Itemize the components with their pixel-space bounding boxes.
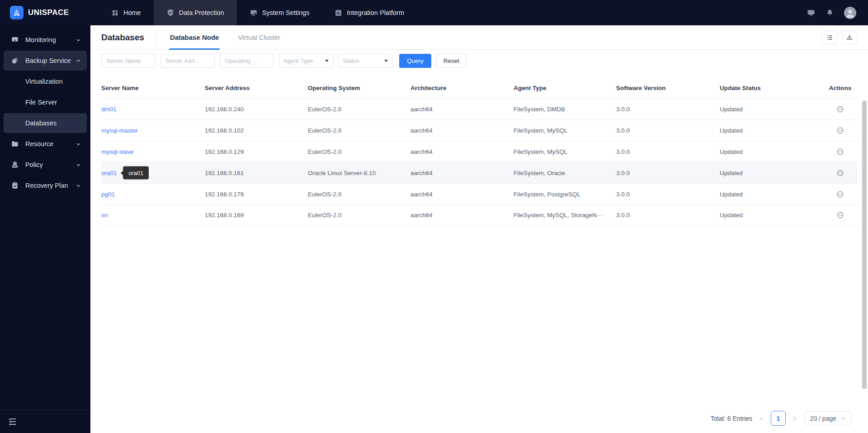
reset-button[interactable]: Reset (436, 54, 467, 68)
sidebar-item-recovery-plan[interactable]: Recovery Plan (4, 176, 87, 195)
table-row: ora01 ora01 192.168.0.161 Oracle Linux S… (101, 162, 857, 183)
top-bar-right (807, 7, 868, 19)
top-nav-home[interactable]: Home (99, 0, 154, 25)
brand: UNISPACE (0, 0, 90, 25)
sidebar-item-label: Resource (25, 140, 53, 148)
user-avatar[interactable] (844, 7, 856, 19)
sidebar-footer (0, 409, 90, 433)
row-more-actions-icon[interactable] (836, 190, 844, 198)
server-address-cell: 192.168.0.169 (205, 212, 308, 219)
page-size-label: 20 / page (810, 415, 836, 422)
sidebar-item-resource[interactable]: Resource (4, 134, 87, 154)
agent-type-placeholder: Agent Type (283, 57, 313, 64)
pagination-prev-button[interactable]: < (759, 414, 764, 422)
server-address-cell: 192.168.0.161 (205, 170, 308, 176)
server-address-input[interactable] (160, 54, 215, 68)
server-address-cell: 192.168.0.129 (205, 148, 308, 155)
list-icon (826, 34, 833, 41)
sidebar-item-label: File Server (25, 99, 57, 106)
monitor-icon (250, 9, 258, 17)
main-content: Databases Database Node Virtual Cluster (90, 25, 868, 433)
query-button[interactable]: Query (399, 54, 431, 68)
update-status-cell: Updated (720, 106, 823, 113)
top-nav-home-label: Home (123, 9, 141, 16)
architecture-cell: aarch64 (410, 170, 514, 176)
architecture-cell: aarch64 (410, 212, 514, 219)
status-placeholder: Status (343, 57, 359, 64)
server-name-link[interactable]: dm01 (101, 106, 117, 113)
chevron-down-icon (75, 141, 81, 147)
server-name-input[interactable] (101, 54, 156, 68)
agent-type-cell: FileSystem, Oracle (514, 170, 616, 176)
server-name-link[interactable]: mysql-master (101, 127, 138, 134)
operating-system-cell: EulerOS-2.0 (308, 212, 410, 219)
export-button[interactable] (842, 31, 857, 44)
sidebar-item-label: Policy (25, 161, 43, 168)
software-version-cell: 3.0.0 (616, 106, 720, 113)
software-version-cell: 3.0.0 (616, 170, 720, 176)
architecture-cell: aarch64 (410, 148, 514, 155)
row-more-actions-icon[interactable] (836, 127, 844, 134)
shield-icon (166, 9, 175, 17)
server-name-link[interactable]: mysql-slave (101, 148, 133, 155)
page-title: Databases (101, 33, 144, 43)
messages-icon[interactable] (807, 8, 816, 17)
operating-system-cell: Oracle Linux Server-8.10 (308, 170, 410, 176)
agent-type-cell: FileSystem, DMDB (514, 106, 616, 113)
databases-table: Server Name Server Address Operating Sys… (101, 77, 857, 226)
sidebar-item-backup-service[interactable]: Backup Service (4, 51, 87, 71)
chevron-down-icon (75, 183, 81, 189)
table-row: pg01 192.168.0.179 EulerOS-2.0 aarch64 F… (101, 183, 857, 205)
server-name-link[interactable]: ora01 (101, 170, 117, 176)
clipboard-check-icon (11, 181, 19, 190)
software-version-cell: 3.0.0 (616, 148, 720, 155)
architecture-cell: aarch64 (410, 191, 514, 198)
column-header: Server Address (205, 85, 308, 91)
table-row: mysql-master 192.168.0.102 EulerOS-2.0 a… (101, 119, 857, 141)
status-select[interactable]: Status (338, 54, 392, 68)
header-divider (156, 32, 156, 43)
sidebar-menu: Monitoring Backup Service Virtualization… (0, 25, 90, 409)
top-nav-data-protection[interactable]: Data Protection (154, 0, 237, 25)
sidebar: Monitoring Backup Service Virtualization… (0, 25, 90, 433)
policy-save-icon (11, 161, 19, 169)
sidebar-item-monitoring[interactable]: Monitoring (4, 30, 87, 50)
architecture-cell: aarch64 (410, 127, 514, 134)
operating-system-input[interactable] (220, 54, 274, 68)
monitoring-icon (11, 36, 19, 44)
sidebar-item-file-server[interactable]: File Server (4, 92, 87, 112)
row-more-actions-icon[interactable] (836, 169, 844, 177)
server-address-cell: 192.168.0.179 (205, 191, 308, 198)
update-status-cell: Updated (720, 191, 823, 198)
server-name-link[interactable]: sn (101, 212, 108, 219)
column-header: Architecture (410, 85, 514, 91)
operating-system-cell: EulerOS-2.0 (308, 191, 410, 198)
collapse-sidebar-icon[interactable] (7, 417, 17, 427)
tab-virtual-cluster[interactable]: Virtual Cluster (237, 25, 281, 49)
server-address-cell: 192.168.0.102 (205, 127, 308, 134)
page-size-select[interactable]: 20 / page (804, 411, 852, 425)
chevron-down-icon (840, 416, 846, 421)
sidebar-item-policy[interactable]: Policy (4, 155, 87, 175)
top-nav-integration-platform[interactable]: Integration Platform (322, 0, 417, 25)
chevron-up-icon (75, 58, 81, 64)
pagination-page-1-button[interactable]: 1 (771, 411, 786, 426)
operating-system-cell: EulerOS-2.0 (308, 106, 410, 113)
agent-type-select[interactable]: Agent Type (279, 54, 333, 68)
sidebar-item-databases[interactable]: Databases (4, 113, 87, 133)
row-more-actions-icon[interactable] (836, 105, 844, 113)
table-header-row: Server Name Server Address Operating Sys… (101, 77, 857, 98)
server-name-link[interactable]: pg01 (101, 191, 115, 198)
header-actions (822, 31, 857, 44)
top-nav-system-settings[interactable]: System Settings (237, 0, 322, 25)
row-more-actions-icon[interactable] (836, 211, 844, 219)
pagination-next-button[interactable]: > (792, 414, 798, 422)
sidebar-item-virtualization[interactable]: Virtualization (4, 71, 87, 91)
notifications-bell-icon[interactable] (826, 9, 834, 17)
column-settings-button[interactable] (822, 31, 837, 44)
vertical-scrollbar[interactable] (862, 100, 867, 389)
tab-database-node[interactable]: Database Node (169, 25, 220, 49)
top-bar: UNISPACE Home Data Protection System Set… (0, 0, 868, 25)
update-status-cell: Updated (720, 170, 823, 176)
row-more-actions-icon[interactable] (836, 148, 844, 156)
